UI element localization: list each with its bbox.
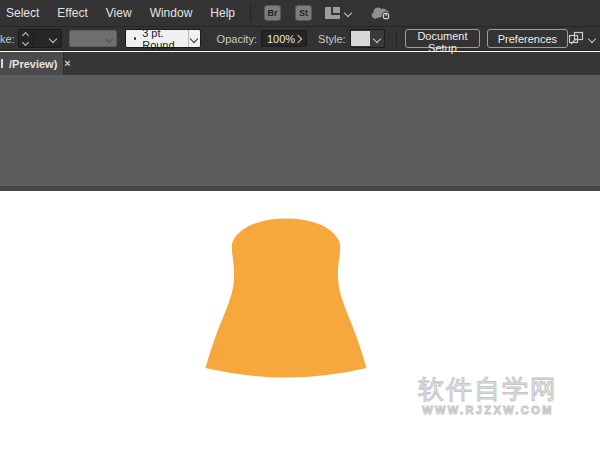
cloud-sync-icon[interactable]	[369, 4, 393, 22]
brush-stroke-thumb-icon	[134, 37, 136, 40]
tab-close-icon[interactable]: ×	[64, 58, 70, 69]
chevron-down-icon[interactable]	[190, 34, 198, 42]
stepper-down-icon[interactable]	[22, 38, 29, 45]
bridge-button[interactable]: Br	[264, 5, 281, 21]
menu-select[interactable]: Select	[0, 0, 48, 26]
pasteboard[interactable]	[0, 75, 600, 186]
chevron-right-icon[interactable]	[294, 34, 302, 42]
stepper-up-icon[interactable]	[22, 31, 29, 38]
control-bar: ke: 3 pt. Round Opacity: 100% Style:	[0, 26, 600, 51]
workspace-layout-icon	[325, 7, 340, 19]
menu-help[interactable]: Help	[201, 0, 244, 26]
preferences-button[interactable]: Preferences	[487, 29, 568, 48]
opacity-label: Opacity:	[217, 33, 257, 45]
width-profile-dropdown[interactable]	[69, 30, 117, 47]
arrange-icon	[568, 31, 584, 46]
style-swatch	[351, 31, 370, 46]
watermark-url-text: WWW.RJZXW.COM	[418, 405, 558, 416]
stock-button[interactable]: St	[295, 5, 312, 21]
arrange-button[interactable]	[568, 31, 595, 46]
chevron-down-icon[interactable]	[49, 34, 57, 42]
menu-effect[interactable]: Effect	[48, 0, 96, 26]
clipped-title-glyph	[1, 59, 3, 68]
stroke-label: ke:	[0, 33, 15, 45]
document-setup-button[interactable]: Document Setup	[405, 29, 479, 48]
opacity-value: 100%	[267, 33, 295, 45]
chevron-down-icon[interactable]	[372, 34, 380, 42]
chevron-down-icon	[344, 9, 352, 17]
chevron-down-icon	[105, 34, 113, 42]
document-tab[interactable]: /Preview) ×	[0, 52, 64, 75]
stroke-weight-stepper[interactable]	[19, 30, 34, 47]
menu-bar: Select Effect View Window Help Br St	[0, 0, 600, 26]
menubar-divider	[250, 5, 251, 21]
brush-definition-dropdown[interactable]: 3 pt. Round	[125, 29, 200, 48]
style-label: Style:	[318, 33, 346, 45]
watermark: 软件自学网 WWW.RJZXW.COM	[418, 376, 558, 416]
brush-definition-value: 3 pt. Round	[142, 27, 180, 51]
document-tab-bar: /Preview) ×	[0, 52, 600, 75]
controlbar-divider	[396, 31, 397, 47]
watermark-chinese-text: 软件自学网	[418, 376, 558, 402]
opacity-field[interactable]: 100%	[261, 30, 307, 47]
stroke-weight-field[interactable]	[18, 29, 62, 48]
chevron-down-icon[interactable]	[588, 34, 596, 42]
menu-view[interactable]: View	[97, 0, 141, 26]
menu-window[interactable]: Window	[141, 0, 202, 26]
workspace-switcher[interactable]	[325, 7, 351, 19]
document-tab-label: /Preview)	[9, 58, 57, 70]
style-dropdown[interactable]	[350, 29, 385, 48]
